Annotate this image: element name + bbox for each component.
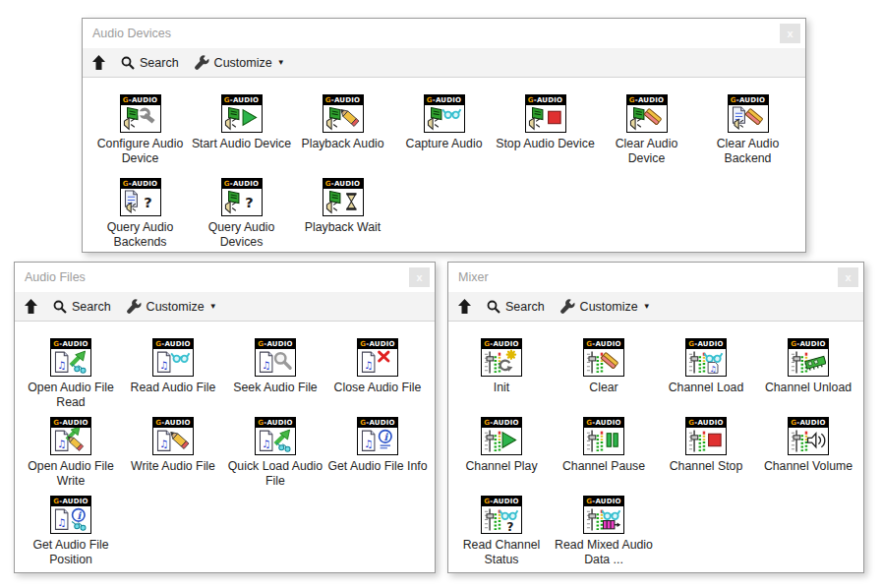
palette-item-quick-load-audio-file[interactable]: G-AUDIO ♫ Quick Load Audio File: [224, 417, 326, 489]
svg-text:♫: ♫: [364, 438, 373, 449]
search-button[interactable]: Search: [121, 56, 179, 70]
palette-item-channel-unload[interactable]: G-AUDIO Channel Unload: [757, 338, 859, 395]
vi-icon: G-AUDIO ?: [221, 178, 263, 216]
close-button[interactable]: x: [838, 267, 858, 287]
palette-item-get-audio-file-info[interactable]: G-AUDIO ♫ i Get Audio File Info: [326, 417, 429, 474]
docnote-info-icon: ♫ i: [358, 428, 397, 454]
search-button[interactable]: Search: [53, 300, 111, 314]
palette-item-query-audio-devices[interactable]: G-AUDIO ? Query Audio Devices: [191, 178, 292, 250]
g-audio-banner: G-AUDIO: [121, 179, 160, 189]
up-button[interactable]: [458, 299, 471, 314]
up-arrow-icon: [458, 299, 471, 314]
caret-down-icon: ▼: [209, 302, 217, 311]
doc-eraser-icon: [729, 105, 768, 132]
palette-item-label: Clear Audio Backend: [698, 137, 798, 166]
palette-item-capture-audio[interactable]: G-AUDIO Capture Audio: [393, 94, 495, 151]
svg-text:♫: ♫: [262, 438, 270, 449]
palette-item-init[interactable]: G-AUDIO Init: [450, 338, 553, 395]
vi-icon: G-AUDIO: [221, 94, 263, 133]
up-button[interactable]: [92, 55, 105, 70]
customize-button[interactable]: Customize ▼: [560, 299, 651, 314]
vi-icon: G-AUDIO: [323, 94, 364, 133]
palette-item-query-audio-backends[interactable]: G-AUDIO ? Query Audio Backends: [89, 178, 191, 250]
docnote-magnifier-icon: ♫: [256, 349, 295, 376]
palette-item-label: Channel Volume: [764, 459, 853, 474]
palette-item-label: Close Audio File: [334, 381, 422, 395]
vi-icon: G-AUDIO ?: [481, 496, 522, 534]
fader-play-icon: [482, 428, 521, 454]
customize-button[interactable]: Customize ▼: [127, 299, 217, 314]
svg-text:♫: ♫: [57, 438, 66, 449]
svg-text:♫: ♫: [159, 359, 168, 371]
g-audio-banner: G-AUDIO: [51, 418, 90, 428]
palette-item-seek-audio-file[interactable]: G-AUDIO ♫ Seek Audio File: [224, 338, 326, 395]
palette-item-label: Playback Audio: [301, 137, 383, 151]
speaker-stop-icon: [526, 105, 565, 132]
palette-item-start-audio-device[interactable]: G-AUDIO Start Audio Device: [191, 94, 292, 151]
g-audio-banner: G-AUDIO: [425, 95, 464, 105]
fader-pause-icon: [584, 428, 623, 454]
docnote-arrow-dots-icon: ♫: [256, 428, 295, 454]
search-label: Search: [505, 300, 545, 314]
palette-item-close-audio-file[interactable]: G-AUDIO ♫ Close Audio File: [326, 338, 429, 395]
g-audio-banner: G-AUDIO: [789, 418, 828, 428]
palette-item-read-channel-status[interactable]: G-AUDIO ? Read Channel Status: [450, 496, 553, 567]
svg-text:♫: ♫: [710, 365, 717, 374]
palette-item-write-audio-file[interactable]: G-AUDIO ♫ Write Audio File: [122, 417, 224, 474]
palette-item-playback-audio[interactable]: G-AUDIO Playback Audio: [292, 94, 393, 151]
palette-item-label: Stop Audio Device: [496, 137, 595, 151]
palette-items-grid: G-AUDIO Configure Audio Device G-AUDIO S…: [83, 78, 805, 262]
toolbar: Search Customize ▼: [448, 292, 863, 322]
close-button[interactable]: x: [780, 24, 800, 43]
palette-item-stop-audio-device[interactable]: G-AUDIO Stop Audio Device: [495, 94, 596, 151]
palette-item-clear-audio-device[interactable]: G-AUDIO Clear Audio Device: [596, 94, 697, 166]
g-audio-banner: G-AUDIO: [686, 418, 726, 428]
vi-icon: G-AUDIO ♫: [152, 338, 194, 377]
g-audio-banner: G-AUDIO: [51, 497, 90, 506]
palette-item-configure-audio-device[interactable]: G-AUDIO Configure Audio Device: [89, 94, 191, 166]
vi-icon: G-AUDIO ♫: [357, 338, 398, 377]
vi-icon: G-AUDIO: [583, 338, 624, 377]
g-audio-banner: G-AUDIO: [584, 418, 623, 428]
docnote-arrow-pencil-icon: ♫: [51, 428, 90, 454]
close-button[interactable]: x: [409, 267, 430, 287]
vi-icon: G-AUDIO ♫: [50, 417, 91, 455]
palette-item-open-audio-file-write[interactable]: G-AUDIO ♫ Open Audio File Write: [20, 417, 122, 489]
palette-item-label: Channel Pause: [562, 459, 645, 474]
window-title: Audio Files: [25, 270, 86, 284]
up-button[interactable]: [25, 299, 37, 314]
customize-button[interactable]: Customize ▼: [195, 55, 285, 70]
palette-item-read-mixed-audio-data[interactable]: G-AUDIO Read Mixed Audio Data ...: [553, 496, 655, 567]
docnote-pencil-icon: ♫: [153, 428, 193, 454]
search-button[interactable]: Search: [487, 300, 545, 314]
search-icon: [53, 300, 67, 314]
palette-items-grid: G-AUDIO Init G-AUDIO Clear G-AUDIO: [448, 322, 863, 574]
palette-item-get-audio-file-position[interactable]: G-AUDIO ♫ i Get Audio File Position: [20, 496, 122, 567]
g-audio-banner: G-AUDIO: [526, 95, 565, 105]
palette-item-clear[interactable]: G-AUDIO Clear: [553, 338, 655, 395]
window-audio-devices: Audio Devices x Search Customize ▼ G-AUD…: [82, 18, 806, 253]
vi-icon: G-AUDIO ?: [120, 178, 161, 216]
palette-item-clear-audio-backend[interactable]: G-AUDIO Clear Audio Backend: [697, 94, 798, 166]
palette-item-channel-volume[interactable]: G-AUDIO Channel Volume: [757, 417, 859, 474]
docnote-info-dots-icon: ♫ i: [51, 506, 90, 533]
palette-item-open-audio-file-read[interactable]: G-AUDIO ♫ Open Audio File Read: [20, 338, 122, 410]
palette-item-channel-stop[interactable]: G-AUDIO Channel Stop: [655, 417, 757, 474]
customize-label: Customize: [147, 300, 205, 314]
palette-item-label: Quick Load Audio File: [225, 459, 325, 489]
palette-item-read-audio-file[interactable]: G-AUDIO ♫ Read Audio File: [122, 338, 224, 395]
palette-item-label: Clear: [589, 381, 617, 395]
palette-item-channel-pause[interactable]: G-AUDIO Channel Pause: [553, 417, 655, 474]
g-audio-banner: G-AUDIO: [358, 418, 397, 428]
palette-item-channel-play[interactable]: G-AUDIO Channel Play: [450, 417, 553, 474]
doc-question-icon: ?: [121, 189, 160, 215]
palette-item-channel-load[interactable]: G-AUDIO ♫ Channel Load: [655, 338, 757, 395]
palette-item-label: Init: [494, 381, 509, 395]
g-audio-banner: G-AUDIO: [482, 497, 521, 506]
g-audio-banner: G-AUDIO: [256, 418, 295, 428]
speaker-eraser-icon: [627, 105, 667, 132]
palette-item-label: Open Audio File Read: [21, 381, 121, 410]
search-label: Search: [72, 300, 111, 314]
palette-item-playback-wait[interactable]: G-AUDIO Playback Wait: [292, 178, 393, 235]
speaker-wrench-icon: [121, 105, 160, 132]
